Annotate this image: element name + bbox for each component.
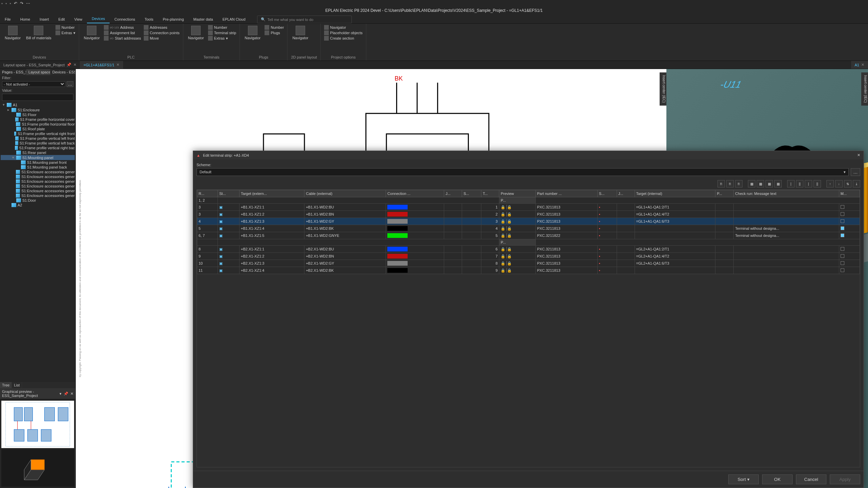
column-header[interactable]: S... [462, 190, 481, 197]
tree-item[interactable]: S1:Enclosure accessories gener [1, 170, 75, 174]
tree-item[interactable]: S1:Mounting panel back [1, 165, 75, 170]
menu-tab-view[interactable]: View [70, 15, 87, 23]
table-row[interactable]: 1, 2P... [197, 197, 860, 204]
ribbon-extras-button[interactable]: Extras ▾ [55, 30, 75, 35]
table-row[interactable]: 10▣+B2.X1-XZ1:3+B2.X1-WD2:GY8🔒 🔒PXC.3211… [197, 260, 860, 267]
ribbon-address-button[interactable]: I/O 123 Address [104, 25, 141, 30]
menu-tab-pre-planning[interactable]: Pre-planning [158, 15, 188, 23]
menu-tab-edit[interactable]: Edit [54, 15, 70, 23]
column-header[interactable]: M... [839, 190, 860, 197]
preview-2d[interactable] [1, 401, 74, 448]
toolbar-button[interactable]: ⎘ [717, 180, 725, 187]
nav-sub-tab[interactable]: Devices - ESS_... [50, 69, 75, 75]
device-tree[interactable]: ▾ A1 ▸S1:EnclosureS1:FloorS1:Frame profi… [0, 102, 75, 382]
toolbar-button[interactable]: ⤓ [853, 180, 860, 187]
menu-tab-file[interactable]: File [0, 15, 16, 23]
close-icon[interactable]: ✕ [116, 63, 119, 67]
column-header[interactable]: T... [481, 190, 499, 197]
table-row[interactable]: 6, 7▣+B1.X1-XZ1:5+B1.X1-WD2:GNYE5🔒 🔒PXC.… [197, 232, 860, 239]
insert-center-tab[interactable]: Insert center (IEC) [660, 72, 666, 106]
tree-item[interactable]: S1:Enclosure accessories gener [1, 184, 75, 188]
column-header[interactable]: Cable (external) [304, 190, 386, 197]
menu-tab-insert[interactable]: Insert [35, 15, 54, 23]
close-icon[interactable]: ✕ [70, 392, 73, 396]
qat-undo-icon[interactable]: ↶ [14, 1, 17, 6]
menu-tab-devices[interactable]: Devices [87, 15, 110, 23]
table-row[interactable]: 8▣+B2.X1-XZ1:1+B2.X1-WD2:BU6🔒 🔒PXC.32118… [197, 246, 860, 253]
toolbar-button[interactable]: || [814, 180, 821, 187]
tree-item[interactable]: S1:Door [1, 198, 75, 203]
ribbon-plugs-button[interactable]: Plugs [265, 30, 284, 35]
filter-more-button[interactable]: … [67, 81, 73, 87]
ribbon-connection-points-button[interactable]: Connection points [144, 30, 180, 35]
ribbon-terminal-strip-button[interactable]: Terminal strip [208, 30, 236, 35]
column-header[interactable]: J... [617, 190, 635, 197]
ribbon-start-addresses-button[interactable]: I/O Start addresses [104, 36, 141, 41]
toolbar-button[interactable]: ▦ [766, 180, 773, 187]
ribbon-number-button[interactable]: Number [55, 25, 75, 30]
tree-item[interactable]: S1:Frame profile vertical right front [1, 131, 75, 136]
column-header[interactable]: Target (extern... [239, 190, 304, 197]
tree-item[interactable]: S1:Rear panel [1, 150, 75, 155]
ribbon-navigator-button[interactable]: Navigator [291, 25, 310, 41]
close-icon[interactable]: ✕ [857, 153, 860, 157]
ribbon-navigator-button[interactable]: Navigator [83, 25, 101, 41]
view-tab-tree[interactable]: Tree [0, 382, 12, 388]
ribbon-extras-button[interactable]: Extras ▾ [208, 36, 236, 41]
close-icon[interactable]: ✕ [73, 63, 76, 67]
tree-item[interactable]: S1:Frame profile vertical right bac [1, 146, 75, 150]
column-header[interactable]: Check run: Message text [734, 190, 839, 197]
ribbon-addresses-button[interactable]: Addresses [144, 25, 180, 30]
ribbon-move-button[interactable]: Move [144, 36, 180, 41]
doc-tab-3d[interactable]: A1 ✕ [851, 61, 868, 69]
table-row[interactable]: 5▣+B1.X1-XZ1:4+B1.X1-WD2:BK4🔒 🔒PXC.32118… [197, 225, 860, 232]
filter-select[interactable]: - Not activated - [2, 81, 65, 87]
terminal-grid[interactable]: R...St...Target (extern...Cable (externa… [197, 190, 860, 467]
toolbar-button[interactable]: ⎘ [726, 180, 734, 187]
table-row[interactable]: 3▣+B1.X1-XZ1:1+B1.X1-WD2:BU1🔒 🔒PXC.32118… [197, 204, 860, 211]
close-icon[interactable]: ✕ [861, 63, 864, 67]
tree-item[interactable]: S1:Enclosure accessories gener [1, 174, 75, 179]
qat-new-icon[interactable]: ▫ [1, 1, 3, 6]
preview-3d[interactable] [1, 449, 74, 487]
scheme-more-button[interactable]: … [851, 168, 860, 176]
menu-tab-home[interactable]: Home [16, 15, 35, 23]
view-tab-list[interactable]: List [12, 382, 22, 388]
toolbar-button[interactable]: | [805, 180, 812, 187]
ribbon-create-section-button[interactable]: Create section [324, 36, 363, 41]
qat-save-icon[interactable]: ▫ [10, 1, 11, 6]
toolbar-button[interactable]: ▦ [774, 180, 782, 187]
ribbon-bill-of-materials-button[interactable]: Bill of materials [25, 25, 53, 41]
tree-item[interactable]: S1:Frame profile vertical left front [1, 136, 75, 141]
nav-sub-tab[interactable]: Layout space -... [26, 69, 50, 75]
toolbar-button[interactable]: ▦ [748, 180, 755, 187]
column-header[interactable]: St... [218, 190, 239, 197]
tree-item[interactable]: S1:Enclosure accessories gener [1, 188, 75, 193]
table-row[interactable]: 3▣+B1.X1-XZ1:2+B1.X1-WD2:BN2🔒 🔒PXC.32118… [197, 211, 860, 218]
toolbar-button[interactable]: ↓ [835, 180, 843, 187]
toolbar-button[interactable]: ⎘ [735, 180, 743, 187]
ribbon-navigator-button[interactable]: Navigator [243, 25, 262, 41]
toolbar-button[interactable]: || [796, 180, 803, 187]
column-header[interactable]: R... [197, 190, 218, 197]
column-header[interactable]: S... [597, 190, 617, 197]
ribbon-navigator-button[interactable]: Navigator [187, 25, 205, 41]
table-row[interactable]: 11▣+B2.X1-XZ1:4+B2.X1-WD2:BK9🔒 🔒PXC.3211… [197, 267, 860, 274]
tell-me-search[interactable]: 🔍Tell me what you want to do [257, 16, 352, 23]
menu-tab-tools[interactable]: Tools [140, 15, 158, 23]
tree-item[interactable]: S1:Frame profile horizontal floor [1, 122, 75, 127]
dropdown-icon[interactable]: ▾ [60, 392, 62, 396]
column-header[interactable]: Connection ... [386, 190, 444, 197]
cancel-button[interactable]: Cancel [796, 474, 826, 484]
qat-open-icon[interactable]: ▫ [5, 1, 7, 6]
column-header[interactable]: Preview [499, 190, 536, 197]
tree-item[interactable]: S1:Frame profile horizontal cover [1, 117, 75, 122]
tree-item[interactable]: ▾S1:Mounting panel [1, 155, 75, 160]
qat-more-icon[interactable]: ⋯ [26, 1, 30, 6]
tree-item[interactable]: S1:Floor [1, 112, 75, 117]
table-row[interactable]: P... [197, 239, 860, 246]
tree-item[interactable]: S1:Mounting panel front [1, 160, 75, 165]
tree-item[interactable]: S1:Frame profile vertical left back [1, 141, 75, 146]
tree-item[interactable]: S1:Enclosure accessories gener [1, 179, 75, 184]
pin-icon[interactable]: 📌 [67, 63, 71, 67]
